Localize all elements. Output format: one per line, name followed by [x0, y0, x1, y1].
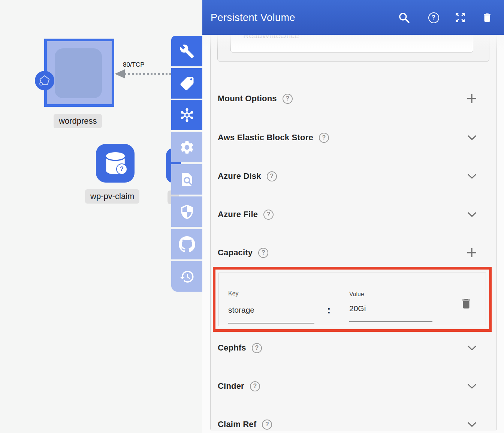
collapse-button[interactable] — [466, 418, 478, 430]
wordpress-node[interactable] — [44, 39, 114, 107]
help-icon[interactable]: ? — [262, 420, 272, 430]
pvclaim-node[interactable]: ? — [96, 144, 135, 183]
security-tool-button[interactable] — [171, 196, 202, 227]
github-tool-button[interactable] — [171, 229, 202, 259]
history-tool-button[interactable] — [171, 261, 202, 292]
collapse-button[interactable] — [466, 132, 478, 144]
app-root: 80/TCP wordpress ? wp-pv-claim — [0, 0, 504, 433]
plus-icon — [466, 247, 477, 258]
capacity-key-input[interactable]: storage — [228, 306, 254, 315]
settings-tool-button[interactable] — [171, 132, 202, 162]
plus-icon — [466, 93, 477, 104]
edge-dotted-line — [124, 73, 172, 75]
help-icon[interactable]: ? — [250, 381, 260, 391]
chevron-down-icon — [467, 211, 477, 217]
panel-title: Persistent Volume — [211, 12, 295, 23]
history-icon — [179, 269, 195, 285]
help-icon[interactable]: ? — [258, 248, 268, 258]
chevron-down-icon — [467, 345, 477, 351]
section-row-cephfs: Cephfs ? — [218, 334, 478, 361]
build-icon — [179, 44, 194, 59]
settings-icon — [179, 139, 195, 155]
trash-icon — [460, 297, 473, 311]
add-button[interactable] — [466, 93, 478, 105]
graph-tool-button[interactable] — [171, 100, 202, 130]
build-tool-button[interactable] — [171, 36, 202, 66]
pod-pentagon-icon — [37, 73, 52, 88]
security-shield-icon — [179, 204, 195, 220]
capacity-value-input[interactable]: 20Gi — [349, 304, 366, 313]
section-row-mount-options: Mount Options ? — [218, 85, 478, 112]
section-row-claim-ref: Claim Ref ? — [218, 411, 478, 433]
tag-icon — [179, 76, 195, 91]
section-label: Cephfs — [218, 343, 246, 353]
section-row-azure-file: Azure File ? — [218, 201, 478, 228]
key-input-underline — [228, 323, 314, 324]
tag-tool-button[interactable] — [171, 68, 202, 99]
question-badge: ? — [116, 163, 127, 175]
delete-button[interactable] — [481, 12, 493, 24]
search-icon — [398, 12, 410, 24]
key-value-separator: : — [327, 304, 331, 316]
wordpress-node-inner — [55, 48, 102, 98]
help-icon[interactable]: ? — [252, 343, 262, 353]
help-icon[interactable]: ? — [319, 133, 329, 143]
pod-badge[interactable] — [35, 71, 54, 90]
section-label: Claim Ref — [218, 420, 256, 429]
edge-port-label: 80/TCP — [123, 61, 145, 69]
github-icon — [179, 236, 195, 253]
value-input-underline — [349, 321, 432, 322]
find-in-page-icon — [179, 172, 195, 187]
add-button[interactable] — [466, 247, 478, 259]
collapse-button[interactable] — [466, 342, 478, 354]
help-icon: ? — [428, 12, 439, 23]
key-label: Key — [228, 290, 239, 297]
section-label: Capacity — [218, 248, 253, 258]
find-in-page-tool-button[interactable] — [171, 164, 202, 195]
collapse-button[interactable] — [466, 380, 478, 392]
help-icon[interactable]: ? — [267, 171, 277, 181]
delete-icon — [482, 11, 493, 24]
help-icon[interactable]: ? — [283, 94, 293, 104]
capacity-entry-card — [218, 273, 486, 326]
section-label: Aws Elastic Block Store — [218, 133, 313, 142]
highlight-annotation: Key storage : Value 20Gi — [213, 267, 492, 332]
properties-panel: ReadWriteOnce Mount Options ? Aws Elasti… — [202, 0, 504, 433]
panel-header: Persistent Volume ? — [202, 0, 504, 35]
section-row-azure-disk: Azure Disk ? — [218, 163, 478, 190]
help-button[interactable]: ? — [428, 12, 440, 24]
value-label: Value — [349, 291, 364, 298]
section-row-aws-ebs: Aws Elastic Block Store ? — [218, 124, 478, 151]
wordpress-node-label: wordpress — [54, 114, 102, 128]
expand-icon — [454, 12, 466, 24]
section-label: Mount Options — [218, 94, 277, 103]
search-button[interactable] — [398, 12, 410, 24]
section-label: Azure Disk — [218, 171, 261, 181]
collapse-button[interactable] — [466, 208, 478, 220]
chevron-down-icon — [467, 173, 477, 179]
help-icon[interactable]: ? — [263, 210, 274, 220]
delete-entry-button[interactable] — [460, 297, 473, 312]
expand-button[interactable] — [454, 12, 466, 24]
hub-icon — [179, 107, 195, 123]
pvclaim-node-label: wp-pv-claim — [85, 189, 139, 204]
chevron-down-icon — [467, 421, 477, 427]
section-row-cinder: Cinder ? — [218, 373, 478, 400]
edge-arrowhead-icon — [115, 69, 125, 78]
section-label: Cinder — [218, 381, 244, 391]
collapse-button[interactable] — [466, 170, 478, 182]
chevron-down-icon — [467, 135, 477, 141]
section-label: Azure File — [218, 210, 258, 219]
chevron-down-icon — [467, 383, 477, 389]
section-row-capacity: Capacity ? — [218, 239, 478, 266]
